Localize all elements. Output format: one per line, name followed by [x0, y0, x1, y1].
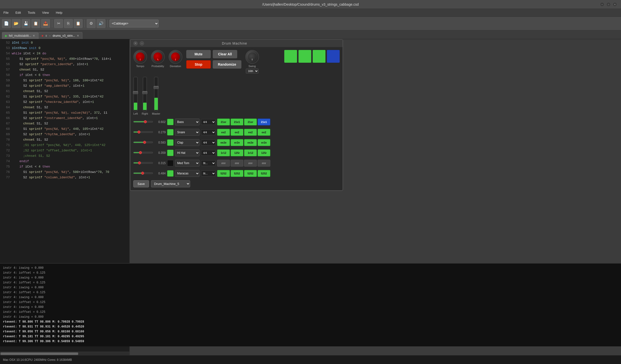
bass-cell-1[interactable]: 21er [217, 118, 230, 125]
right-fader-track[interactable] [143, 77, 147, 111]
tab-stop[interactable]: ■ ⏸ ↔ drums_v3_strin... ✕ [38, 32, 82, 39]
bass-cell-3[interactable]: 21er [244, 118, 257, 125]
randomize-button[interactable]: Randomize [213, 60, 242, 68]
clear-all-button[interactable]: Clear All [213, 50, 237, 58]
new-icon[interactable]: 📄 [2, 19, 11, 28]
clap-cell-1[interactable]: ee2e [217, 139, 230, 146]
medtom-cell-1[interactable]: rrrr [217, 160, 230, 166]
bass-cell-2[interactable]: 21e1 [231, 118, 243, 125]
clap-time-select[interactable]: 4/4 [201, 140, 216, 146]
pattern-sq-3[interactable] [313, 50, 326, 63]
settings-icon[interactable]: ⚙ [87, 19, 96, 28]
maracas-active-btn[interactable] [167, 170, 173, 177]
preset-select[interactable]: Drum_Machine_5 [151, 180, 190, 187]
open-icon[interactable]: 📂 [12, 19, 21, 28]
clap-cell-3[interactable]: ee2e [244, 139, 257, 146]
tab-play[interactable]: ▶ fell_multistabilit... ✕ [2, 32, 38, 39]
menu-view[interactable]: View [41, 10, 51, 15]
probability-knob[interactable] [151, 50, 165, 64]
bass-time-select[interactable]: 4/4 [201, 119, 216, 125]
master-fader-thumb[interactable] [154, 86, 158, 89]
medtom-cell-3[interactable]: rrrr [244, 160, 257, 166]
zoom-button[interactable]: ○ [606, 2, 611, 7]
medtom-slider[interactable] [133, 162, 153, 164]
clap-cell-4[interactable]: er2e [258, 139, 270, 146]
save-button[interactable]: Save [133, 180, 149, 187]
maracas-cell-2[interactable]: 5252 [231, 170, 243, 177]
maracas-slider[interactable] [133, 172, 153, 174]
medtom-time-select[interactable]: 8t... [201, 160, 216, 166]
menu-tools[interactable]: Tools [26, 10, 36, 15]
dm-minimize-button[interactable]: − [140, 41, 144, 46]
paste-icon[interactable]: 📋 [74, 19, 83, 28]
hihat-instrument-select[interactable]: Hi Hat [175, 149, 200, 156]
menu-edit[interactable]: Edit [14, 10, 22, 15]
clap-slider[interactable] [133, 142, 153, 144]
cabbage-dropdown[interactable]: <Cabbage> [110, 20, 158, 27]
pattern-sq-4[interactable] [327, 50, 340, 63]
hihat-cell-2[interactable]: 125r [231, 149, 243, 156]
snare-cell-3[interactable]: ee2 [244, 129, 257, 136]
mute-button[interactable]: Mute [186, 50, 211, 58]
medtom-instrument-select[interactable]: Med Tom [175, 160, 200, 166]
clap-active-btn[interactable] [167, 139, 173, 146]
maracas-cell-4[interactable]: 5252 [258, 170, 270, 177]
swing-select[interactable]: 16th [246, 68, 259, 73]
hihat-cell-3[interactable]: 1r12 [244, 149, 257, 156]
tab-stop-close[interactable]: ✕ [77, 34, 79, 37]
clap-slider-thumb[interactable] [143, 141, 146, 144]
snare-instrument-select[interactable]: Snare [175, 129, 200, 136]
audio-icon[interactable]: 🔊 [97, 19, 105, 28]
menu-file[interactable]: File [2, 10, 10, 15]
pattern-sq-2[interactable] [298, 50, 311, 63]
pattern-sq-1[interactable] [284, 50, 297, 63]
snare-slider[interactable] [133, 131, 153, 133]
snare-cell-4[interactable]: ee2 [258, 129, 270, 136]
snare-time-select[interactable]: 4/4 [201, 129, 216, 135]
hihat-time-select[interactable]: 4/4 [201, 150, 216, 156]
hihat-cell-4[interactable]: 125r [258, 149, 270, 156]
save-as-icon[interactable]: 📋 [31, 19, 40, 28]
maracas-slider-thumb[interactable] [141, 172, 144, 175]
medtom-slider-thumb[interactable] [138, 161, 141, 164]
snare-cell-1[interactable]: ee2 [217, 129, 230, 136]
maracas-time-select[interactable]: 8t... [201, 170, 216, 176]
export-icon[interactable]: 📤 [41, 19, 50, 28]
menu-help[interactable]: Help [54, 10, 64, 15]
hihat-slider-thumb[interactable] [139, 151, 142, 154]
bass-cell-4[interactable]: 21e1 [258, 118, 270, 125]
minimize-button[interactable]: − [600, 2, 604, 7]
clap-cell-2[interactable]: er2e [231, 139, 243, 146]
tab-play-close[interactable]: ✕ [33, 34, 35, 37]
swing-knob[interactable] [245, 50, 259, 64]
bass-instrument-select[interactable]: Bass [175, 118, 200, 125]
left-fader-thumb[interactable] [133, 91, 138, 94]
copy-icon[interactable]: ⎘ [64, 19, 73, 28]
hihat-active-btn[interactable] [167, 150, 173, 156]
bass-active-btn[interactable] [167, 119, 173, 125]
clap-instrument-select[interactable]: Clap [175, 139, 200, 146]
tempo-knob[interactable] [133, 50, 147, 64]
editor-scrollbar[interactable] [0, 352, 129, 355]
snare-cell-2[interactable]: ee2 [231, 129, 243, 136]
right-fader-thumb[interactable] [142, 91, 147, 94]
snare-active-btn[interactable] [167, 129, 173, 135]
bass-slider-thumb[interactable] [144, 120, 147, 123]
hihat-cell-1[interactable]: 1r12 [217, 149, 230, 156]
close-button[interactable]: × [613, 2, 617, 7]
hihat-slider[interactable] [133, 152, 153, 154]
snare-slider-thumb[interactable] [138, 131, 140, 133]
left-fader-track[interactable] [134, 77, 138, 111]
maracas-instrument-select[interactable]: Maracas [175, 170, 200, 177]
medtom-cell-4[interactable]: rrrr [258, 160, 270, 166]
dm-close-button[interactable]: ✕ [133, 41, 138, 46]
medtom-cell-2[interactable]: rrrr [231, 160, 243, 166]
maracas-cell-1[interactable]: 5252 [217, 170, 230, 177]
master-fader-track[interactable] [154, 77, 158, 111]
stop-button[interactable]: Stop [186, 60, 211, 68]
bass-slider[interactable] [133, 121, 153, 123]
maracas-cell-3[interactable]: 5252 [244, 170, 257, 177]
save-icon[interactable]: 💾 [22, 19, 30, 28]
cut-icon[interactable]: ✂ [54, 19, 63, 28]
deviation-knob[interactable] [169, 50, 182, 64]
